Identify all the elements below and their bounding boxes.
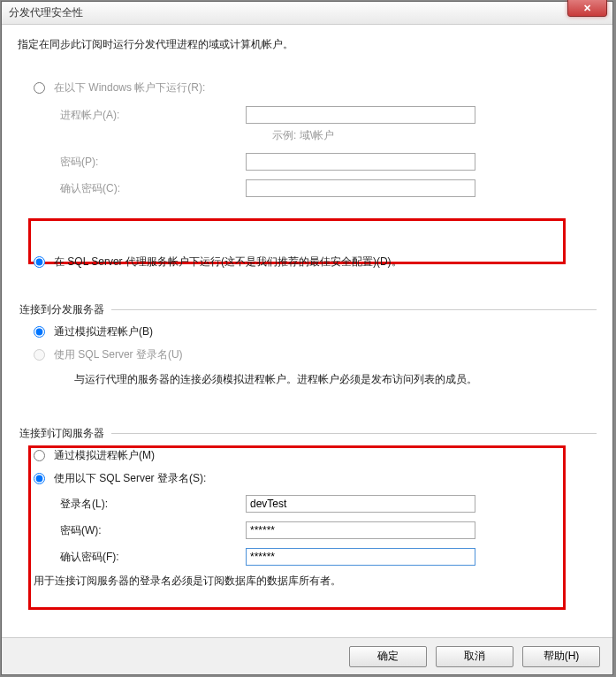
sub-server-header: 连接到订阅服务器 bbox=[19, 426, 597, 441]
dialog-footer: 确定 取消 帮助(H) bbox=[2, 637, 612, 674]
dist-note: 与运行代理的服务器的连接必须模拟进程帐户。进程帐户必须是发布访问列表的成员。 bbox=[74, 372, 597, 387]
radio-windows-input[interactable] bbox=[34, 82, 45, 94]
radio-dist-impersonate-input[interactable] bbox=[34, 326, 45, 338]
run-as-section: 在以下 Windows 帐户下运行(R): 进程帐户(A): 示例: 域\帐户 … bbox=[34, 79, 597, 270]
sub-server-header-text: 连接到订阅服务器 bbox=[19, 426, 104, 441]
instruction-text: 指定在同步此订阅时运行分发代理进程的域或计算机帐户。 bbox=[18, 37, 597, 52]
sub-header-line bbox=[111, 433, 597, 434]
dist-header-line bbox=[111, 309, 597, 310]
dist-server-header: 连接到分发服务器 bbox=[19, 302, 597, 317]
confirm-label: 确认密码(C): bbox=[60, 181, 246, 196]
sub-password-label: 密码(W): bbox=[60, 523, 246, 538]
radio-sql-agent-label: 在 SQL Server 代理服务帐户下运行(这不是我们推荐的最佳安全配置)(D… bbox=[54, 255, 402, 270]
sub-login-row: 登录名(L): bbox=[60, 494, 597, 513]
cancel-button[interactable]: 取消 bbox=[436, 646, 513, 667]
password-label: 密码(P): bbox=[60, 155, 246, 170]
sub-note: 用于连接订阅服务器的登录名必须是订阅数据库的数据库所有者。 bbox=[34, 574, 597, 589]
sub-form: 登录名(L): 密码(W): 确认密码(F): bbox=[60, 494, 597, 567]
titlebar[interactable]: 分发代理安全性 ✕ bbox=[2, 2, 612, 25]
sub-confirm-input[interactable] bbox=[246, 548, 475, 566]
dialog-content: 指定在同步此订阅时运行分发代理进程的域或计算机帐户。 在以下 Windows 帐… bbox=[2, 25, 612, 589]
radio-dist-sqllogin: 使用 SQL Server 登录名(U) bbox=[34, 346, 597, 363]
radio-dist-impersonate-label: 通过模拟进程帐户(B) bbox=[54, 324, 153, 339]
confirm-input bbox=[246, 179, 475, 197]
dialog-title: 分发代理安全性 bbox=[9, 5, 83, 20]
sub-confirm-row: 确认密码(F): bbox=[60, 547, 597, 567]
close-icon: ✕ bbox=[583, 3, 591, 13]
radio-sub-sqllogin[interactable]: 使用以下 SQL Server 登录名(S): bbox=[34, 469, 597, 487]
help-button[interactable]: 帮助(H) bbox=[522, 646, 600, 667]
sub-password-input[interactable] bbox=[246, 521, 475, 539]
process-account-label: 进程帐户(A): bbox=[60, 108, 246, 123]
dist-server-header-text: 连接到分发服务器 bbox=[19, 302, 104, 317]
radio-dist-sqllogin-input bbox=[34, 349, 45, 361]
sub-login-label: 登录名(L): bbox=[60, 497, 246, 512]
radio-sub-impersonate[interactable]: 通过模拟进程帐户(M) bbox=[34, 446, 597, 464]
process-account-hint: 示例: 域\帐户 bbox=[272, 128, 597, 143]
radio-dist-impersonate[interactable]: 通过模拟进程帐户(B) bbox=[34, 323, 597, 340]
radio-windows-label: 在以下 Windows 帐户下运行(R): bbox=[54, 80, 205, 95]
radio-windows-account[interactable]: 在以下 Windows 帐户下运行(R): bbox=[34, 79, 597, 96]
sub-server-section: 通过模拟进程帐户(M) 使用以下 SQL Server 登录名(S): 登录名(… bbox=[34, 446, 597, 589]
password-row: 密码(P): bbox=[60, 152, 597, 171]
windows-form: 进程帐户(A): 示例: 域\帐户 密码(P): 确认密码(C): bbox=[60, 105, 597, 198]
sub-password-row: 密码(W): bbox=[60, 521, 597, 540]
radio-sub-impersonate-input[interactable] bbox=[34, 450, 45, 461]
dialog-window: 分发代理安全性 ✕ 指定在同步此订阅时运行分发代理进程的域或计算机帐户。 在以下… bbox=[1, 1, 613, 675]
password-input bbox=[246, 153, 475, 171]
dist-server-section: 通过模拟进程帐户(B) 使用 SQL Server 登录名(U) 与运行代理的服… bbox=[34, 323, 597, 387]
radio-sub-sqllogin-input[interactable] bbox=[34, 473, 45, 484]
process-account-input bbox=[246, 106, 475, 124]
radio-sub-impersonate-label: 通过模拟进程帐户(M) bbox=[54, 448, 155, 463]
radio-sql-agent[interactable]: 在 SQL Server 代理服务帐户下运行(这不是我们推荐的最佳安全配置)(D… bbox=[34, 253, 597, 270]
process-account-row: 进程帐户(A): bbox=[60, 105, 597, 125]
confirm-row: 确认密码(C): bbox=[60, 179, 597, 198]
radio-sql-agent-input[interactable] bbox=[34, 256, 45, 268]
close-button[interactable]: ✕ bbox=[567, 0, 607, 17]
sub-login-input[interactable] bbox=[246, 495, 475, 513]
radio-sub-sqllogin-label: 使用以下 SQL Server 登录名(S): bbox=[54, 471, 206, 486]
radio-dist-sqllogin-label: 使用 SQL Server 登录名(U) bbox=[54, 347, 183, 362]
ok-button[interactable]: 确定 bbox=[349, 646, 427, 667]
sub-confirm-label: 确认密码(F): bbox=[60, 550, 246, 565]
